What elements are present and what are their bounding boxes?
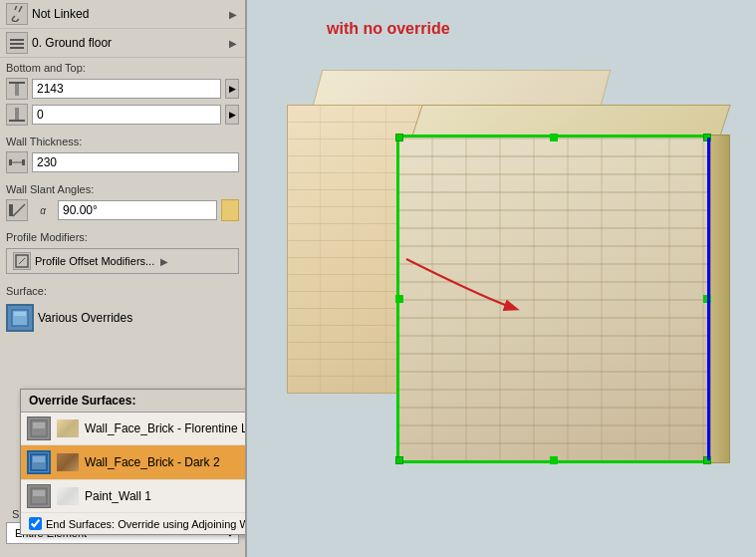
- wall-scene: [267, 50, 745, 528]
- dot-tl: [395, 134, 403, 141]
- profile-arrow: ▶: [158, 255, 170, 267]
- override-item-1-icon: [27, 417, 51, 440]
- thickness-icon: [6, 151, 28, 173]
- override-item-3-text: Paint_Wall 1: [85, 489, 247, 503]
- ground-floor-row[interactable]: 0. Ground floor ▶: [0, 29, 245, 58]
- svg-rect-2: [10, 47, 24, 49]
- svg-rect-6: [9, 120, 25, 122]
- svg-rect-7: [9, 159, 12, 165]
- slant-alpha-icon: α: [32, 199, 54, 221]
- annotation-text: with no override: [327, 20, 450, 38]
- end-surfaces-checkbox[interactable]: [29, 517, 42, 530]
- override-item-3-icon: [27, 484, 51, 508]
- profile-modifiers-label: Profile Modifiers:: [0, 227, 245, 245]
- svg-rect-8: [22, 159, 25, 165]
- ground-floor-arrow: ▶: [227, 37, 239, 49]
- top-input-row: ▶: [0, 76, 245, 102]
- bottom-value-input[interactable]: [32, 105, 221, 125]
- svg-rect-5: [15, 108, 19, 120]
- override-item-1[interactable]: Wall_Face_Brick - Florentine Lime... ▶: [21, 413, 247, 445]
- floor-icon: [6, 32, 28, 54]
- svg-rect-14: [14, 312, 26, 316]
- profile-offset-label: Profile Offset Modifiers...: [35, 255, 154, 267]
- blue-line: [707, 138, 710, 460]
- override-item-1-text: Wall_Face_Brick - Florentine Lime...: [85, 421, 247, 435]
- slant-icon: [6, 199, 28, 221]
- not-linked-row[interactable]: Not Linked ▶: [0, 0, 245, 29]
- top-icon: [6, 78, 28, 100]
- override-item-2-swatch: [57, 453, 79, 471]
- svg-rect-4: [15, 84, 19, 96]
- right-panel: with no override: [247, 0, 756, 557]
- top-value-input[interactable]: [32, 79, 221, 99]
- svg-rect-3: [9, 82, 25, 84]
- dot-bl: [395, 456, 403, 464]
- thickness-value-input[interactable]: [32, 152, 239, 172]
- slant-color-indicator: [221, 199, 239, 221]
- dot-bm: [550, 456, 558, 464]
- dot-tm: [550, 134, 558, 141]
- surface-section: Various Overrides: [0, 299, 245, 337]
- not-linked-label: Not Linked: [32, 7, 223, 21]
- bottom-arrow-btn[interactable]: ▶: [225, 105, 239, 125]
- svg-rect-16: [33, 422, 45, 428]
- red-arrow-svg: [396, 249, 536, 329]
- not-linked-arrow: ▶: [227, 8, 239, 20]
- bottom-icon: [6, 104, 28, 126]
- override-dropdown: Override Surfaces: Wall_Face_Brick - Flo…: [20, 389, 247, 535]
- left-panel: Not Linked ▶ 0. Ground floor ▶ Bottom an…: [0, 0, 247, 557]
- surface-icon: [6, 304, 34, 332]
- end-surfaces-label: End Surfaces: Override using Adjoining W…: [46, 518, 247, 530]
- bottom-top-label: Bottom and Top:: [0, 58, 245, 76]
- slant-angles-label: Wall Slant Angles:: [0, 179, 245, 197]
- override-item-2-text: Wall_Face_Brick - Dark 2: [85, 455, 247, 469]
- override-item-3[interactable]: Paint_Wall 1 ▶: [21, 480, 247, 513]
- surface-value-label: Various Overrides: [38, 311, 132, 325]
- slant-angle-input[interactable]: [58, 200, 217, 220]
- override-item-3-swatch: [57, 487, 79, 505]
- checkbox-row[interactable]: End Surfaces: Override using Adjoining W…: [21, 513, 247, 534]
- svg-rect-20: [33, 490, 45, 496]
- svg-rect-10: [9, 204, 13, 216]
- top-arrow-btn[interactable]: ▶: [225, 79, 239, 99]
- profile-offset-button[interactable]: Profile Offset Modifiers... ▶: [6, 248, 239, 274]
- bottom-input-row: ▶: [0, 102, 245, 128]
- thickness-input-row: [0, 149, 245, 175]
- svg-rect-1: [10, 43, 24, 45]
- override-title: Override Surfaces:: [21, 390, 247, 413]
- link-icon: [6, 3, 28, 25]
- override-item-2-icon: [27, 450, 51, 474]
- ground-floor-label: 0. Ground floor: [32, 36, 223, 50]
- svg-rect-18: [33, 456, 45, 462]
- wall-thickness-label: Wall Thickness:: [0, 132, 245, 149]
- surface-label: Surface:: [0, 281, 245, 299]
- svg-line-11: [13, 204, 25, 216]
- surface-row[interactable]: Various Overrides: [6, 302, 239, 334]
- slant-input-row: α: [0, 197, 245, 223]
- back-wall-top: [312, 70, 612, 110]
- override-item-1-swatch: [57, 419, 79, 437]
- override-item-2[interactable]: Wall_Face_Brick - Dark 2 ▶ ⋮⋮: [21, 445, 247, 480]
- profile-offset-icon: [13, 252, 31, 270]
- svg-rect-0: [10, 39, 24, 41]
- front-wall-side: [710, 135, 730, 463]
